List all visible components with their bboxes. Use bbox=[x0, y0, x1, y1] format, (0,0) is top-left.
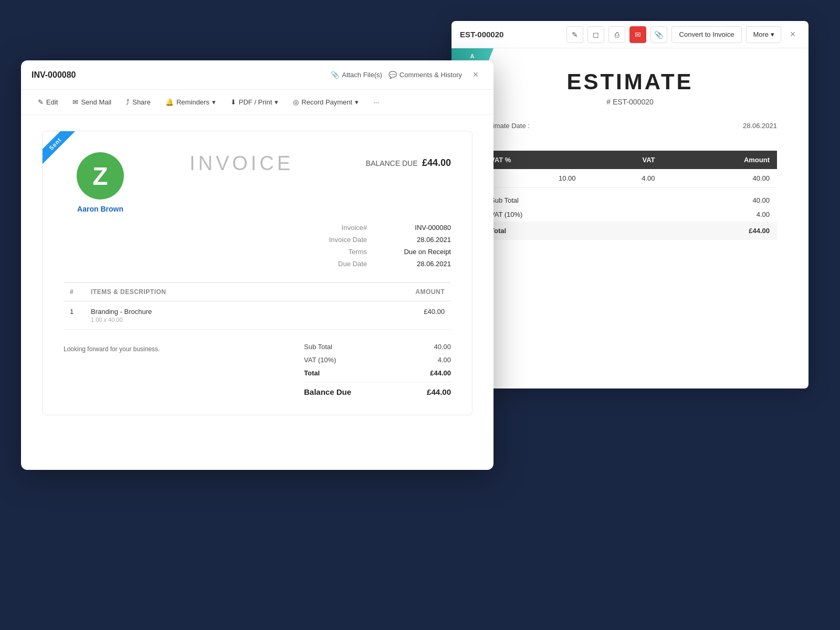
est-vat-cell: 4.00 bbox=[583, 169, 663, 188]
comments-label: Comments & History bbox=[400, 71, 462, 79]
due-date-value: 28.06.2021 bbox=[388, 260, 451, 268]
balance-label: Balance Due bbox=[304, 387, 351, 396]
est-totals: Sub Total 40.00 VAT (10%) 4.00 Total £44… bbox=[483, 193, 777, 240]
vat-value: 4.00 bbox=[438, 356, 451, 364]
est-total-row: Total £44.00 bbox=[483, 222, 777, 240]
balance-due-amount: £44.00 bbox=[422, 158, 451, 168]
balance-row: Balance Due £44.00 bbox=[304, 382, 451, 399]
est-number: EST-000020 bbox=[460, 30, 562, 39]
col-num-header: # bbox=[64, 283, 85, 301]
convert-to-invoice-button[interactable]: Convert to Invoice bbox=[671, 26, 742, 43]
send-mail-label: Send Mail bbox=[81, 98, 111, 106]
invoice-date-value: 28.06.2021 bbox=[388, 236, 451, 244]
invoice-num-label: Invoice# bbox=[342, 224, 367, 232]
item-description: Branding - Brochure 1.00 x 40.00 bbox=[85, 301, 333, 330]
email-icon: ✉ bbox=[635, 30, 641, 39]
est-print-button[interactable]: ⎙ bbox=[608, 26, 625, 43]
sent-ribbon: Sent bbox=[42, 131, 81, 170]
total-row: Total £44.00 bbox=[304, 366, 451, 380]
vat-label: VAT (10%) bbox=[304, 356, 336, 364]
avatar-letter: Z bbox=[92, 162, 108, 191]
est-col-amount: Amount bbox=[663, 151, 777, 169]
chat-icon: 💬 bbox=[388, 71, 397, 79]
est-more-button[interactable]: More ▾ bbox=[746, 26, 781, 43]
send-mail-button[interactable]: ✉ Send Mail bbox=[66, 95, 118, 109]
edit-button[interactable]: ✎ Edit bbox=[32, 95, 64, 109]
reminders-button[interactable]: 🔔 Reminders ▾ bbox=[159, 95, 222, 109]
invoice-title: INVOICE bbox=[137, 152, 346, 175]
inv-meta: Invoice# INV-000080 Invoice Date 28.06.2… bbox=[148, 222, 451, 270]
est-vat-label: VAT (10%) bbox=[490, 211, 522, 218]
col-amount-header: AMOUNT bbox=[333, 283, 451, 301]
inv-body: Sent Z Aaron Brown INVOICE bbox=[21, 115, 494, 431]
pdf-print-label: PDF / Print bbox=[239, 98, 272, 106]
invoice-date-row: Invoice Date 28.06.2021 bbox=[148, 234, 451, 246]
est-vat-pct-cell: 10.00 bbox=[483, 169, 583, 188]
invoice-note: Looking forward for your business. bbox=[64, 340, 293, 399]
attach-label: Attach File(s) bbox=[342, 71, 382, 79]
est-subtitle: # EST-000020 bbox=[483, 98, 777, 106]
est-vat-row: VAT (10%) 4.00 bbox=[483, 207, 777, 222]
chevron-down-icon: ▾ bbox=[771, 30, 774, 38]
edit-label: Edit bbox=[46, 98, 58, 106]
chevron-down-icon: ▾ bbox=[275, 98, 278, 106]
inv-totals: Sub Total 40.00 VAT (10%) 4.00 Total £44… bbox=[304, 340, 451, 399]
share-button[interactable]: ⤴ Share bbox=[120, 95, 157, 109]
subtotal-row: Sub Total 40.00 bbox=[304, 340, 451, 353]
est-titlebar: EST-000020 ✎ ◻ ⎙ ✉ 📎 Convert to Invoice … bbox=[452, 21, 808, 48]
est-body: ESTIMATE # EST-000020 Estimate Date : 28… bbox=[452, 48, 808, 261]
total-value: £44.00 bbox=[430, 369, 451, 377]
est-meta-row: Estimate Date : 28.06.2021 bbox=[483, 122, 777, 138]
pdf-print-button[interactable]: ⬇ PDF / Print ▾ bbox=[224, 95, 285, 109]
comments-history-button[interactable]: 💬 Comments & History bbox=[388, 71, 462, 79]
item-detail: 1.00 x 40.00 bbox=[91, 317, 327, 323]
est-pencil-button[interactable]: ✎ bbox=[566, 26, 583, 43]
est-col-vat: VAT bbox=[583, 151, 663, 169]
est-paperclip-button[interactable]: 📎 bbox=[650, 26, 667, 43]
est-table: VAT % VAT Amount 10.00 4.00 40.00 bbox=[483, 151, 777, 188]
pencil-icon: ✎ bbox=[572, 30, 578, 39]
subtotal-value: 40.00 bbox=[434, 343, 451, 351]
paperclip-icon: 📎 bbox=[654, 30, 663, 39]
est-close-button[interactable]: × bbox=[785, 27, 800, 42]
more-options-button[interactable]: ··· bbox=[367, 95, 385, 109]
due-date-label: Due Date bbox=[338, 260, 367, 268]
balance-due-row: BALANCE DUE £44.00 bbox=[346, 158, 451, 169]
balance-due-label: BALANCE DUE bbox=[366, 159, 418, 167]
paperclip-icon: 📎 bbox=[331, 71, 339, 79]
more-label: More bbox=[753, 30, 769, 38]
terms-label: Terms bbox=[349, 248, 367, 256]
reminders-label: Reminders bbox=[176, 98, 209, 106]
col-description-header: ITEMS & DESCRIPTION bbox=[85, 283, 333, 301]
est-email-button[interactable]: ✉ bbox=[629, 26, 646, 43]
inv-window: INV-000080 📎 Attach File(s) 💬 Comments &… bbox=[21, 60, 494, 470]
download-icon: ⬇ bbox=[230, 98, 236, 106]
vat-row: VAT (10%) 4.00 bbox=[304, 353, 451, 366]
inv-close-button[interactable]: × bbox=[468, 68, 483, 82]
est-title: ESTIMATE bbox=[483, 69, 777, 94]
est-subtotal-value: 40.00 bbox=[752, 196, 770, 204]
file-icon: ◻ bbox=[593, 30, 599, 39]
est-subtotal-label: Sub Total bbox=[490, 196, 519, 204]
client-name: Aaron Brown bbox=[77, 205, 123, 213]
est-file-button[interactable]: ◻ bbox=[587, 26, 604, 43]
est-subtotal-row: Sub Total 40.00 bbox=[483, 193, 777, 207]
chevron-down-icon: ▾ bbox=[355, 98, 359, 106]
est-col-vat-pct: VAT % bbox=[483, 151, 583, 169]
item-num: 1 bbox=[64, 301, 85, 330]
attach-files-button[interactable]: 📎 Attach File(s) bbox=[331, 71, 382, 79]
subtotal-label: Sub Total bbox=[304, 343, 332, 351]
inv-footer: Looking forward for your business. Sub T… bbox=[64, 340, 451, 399]
share-icon: ⤴ bbox=[126, 98, 130, 106]
line-items-table: # ITEMS & DESCRIPTION AMOUNT 1 Branding … bbox=[64, 282, 451, 330]
terms-row: Terms Due on Receipt bbox=[148, 246, 451, 258]
invoice-card: Sent Z Aaron Brown INVOICE bbox=[42, 131, 472, 415]
chevron-down-icon: ▾ bbox=[212, 98, 216, 106]
inv-number: INV-000080 bbox=[32, 70, 324, 80]
record-payment-button[interactable]: ◎ Record Payment ▾ bbox=[287, 95, 365, 109]
share-label: Share bbox=[132, 98, 151, 106]
table-row: 1 Branding - Brochure 1.00 x 40.00 £40.0… bbox=[64, 301, 451, 330]
total-label: Total bbox=[304, 369, 320, 377]
terms-value: Due on Receipt bbox=[388, 248, 451, 256]
table-row: 10.00 4.00 40.00 bbox=[483, 169, 777, 188]
